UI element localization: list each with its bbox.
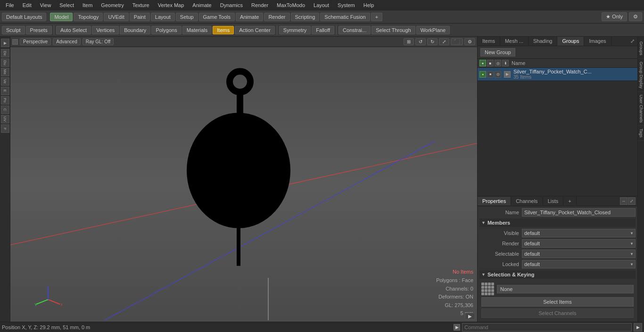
menu-geometry[interactable]: Geometry: [97, 1, 127, 9]
render-field[interactable]: default on off ▼: [522, 239, 636, 248]
lt-btn-4[interactable]: Me: [1, 68, 9, 76]
viewport-menu-btn[interactable]: [12, 39, 18, 45]
select-through-btn[interactable]: Select Through: [372, 26, 415, 34]
viewport-icon-2[interactable]: ↺: [415, 38, 426, 45]
cmd-run-btn[interactable]: ▶: [634, 323, 642, 332]
perspective-btn[interactable]: Perspective: [20, 38, 51, 45]
tab-setup[interactable]: Setup: [176, 13, 198, 21]
lt-btn-3[interactable]: Du: [1, 58, 9, 67]
star-only-btn[interactable]: ★ Only: [602, 12, 627, 21]
props-tab-plus[interactable]: +: [563, 197, 576, 205]
tab-layout[interactable]: Layout: [151, 13, 175, 21]
viewport-icon-4[interactable]: ⤢: [439, 38, 449, 45]
props-icon-lock[interactable]: ↔: [620, 197, 627, 205]
menu-render[interactable]: Render: [248, 1, 272, 9]
tab-paint[interactable]: Paint: [130, 13, 150, 21]
auto-select-btn[interactable]: Auto Select: [56, 26, 91, 34]
selectable-field[interactable]: default on off ▼: [522, 250, 636, 258]
materials-btn[interactable]: Materials: [182, 26, 212, 34]
rside-tab-group-display[interactable]: Group Display: [638, 59, 644, 92]
settings-btn[interactable]: ⚙: [629, 12, 642, 21]
viewport-icon-3[interactable]: ↻: [427, 38, 438, 45]
viewport[interactable]: Perspective Advanced Ray GL: Off ⊞ ↺ ↻ ⤢…: [10, 37, 477, 322]
group-sel-icon[interactable]: ◎: [495, 71, 501, 78]
tab-plus[interactable]: +: [371, 13, 382, 21]
tab-uvedit[interactable]: UVEdit: [104, 13, 128, 21]
menu-animate[interactable]: Animate: [189, 1, 215, 9]
group-item-watch[interactable]: ● ■ ◎ ▶ Silver_Tiffany_Pocket_Watch_C...…: [478, 68, 637, 81]
viewport-canvas[interactable]: No Items Polygons : Face Channels: 0 Def…: [10, 47, 477, 322]
members-section[interactable]: ▼ Members: [479, 219, 636, 227]
viewport-expand-btn[interactable]: ▶: [465, 313, 475, 320]
menu-texture[interactable]: Texture: [129, 1, 153, 9]
menu-view[interactable]: View: [36, 1, 55, 9]
tab-model[interactable]: Model: [50, 13, 73, 21]
ray-gl-btn[interactable]: Ray GL: Off: [83, 38, 114, 45]
tab-topology[interactable]: Topology: [74, 13, 103, 21]
polygons-btn[interactable]: Polygons: [151, 26, 181, 34]
locked-select[interactable]: default on off: [522, 260, 636, 268]
menu-vertex-map[interactable]: Vertex Map: [154, 1, 188, 9]
presets-btn[interactable]: Presets: [26, 26, 52, 34]
menu-help[interactable]: Help: [360, 1, 378, 9]
advanced-btn[interactable]: Advanced: [53, 38, 80, 45]
lt-btn-1[interactable]: ▶: [1, 39, 9, 47]
visible-select[interactable]: default on off: [522, 229, 636, 237]
boundary-btn[interactable]: Boundary: [120, 26, 150, 34]
rside-tab-groups[interactable]: Groups: [638, 39, 644, 59]
tab-shading[interactable]: Shading: [528, 37, 557, 46]
render-select[interactable]: default on off: [522, 239, 636, 248]
menu-maxtomodo[interactable]: MaxToModo: [273, 1, 309, 9]
symmetry-btn[interactable]: Symmetry: [279, 26, 311, 34]
menu-layout[interactable]: Layout: [310, 1, 333, 9]
menu-select[interactable]: Select: [56, 1, 78, 9]
new-group-btn[interactable]: New Group: [480, 48, 515, 57]
group-render-icon[interactable]: ■: [487, 71, 494, 78]
props-tab-properties[interactable]: Properties: [478, 197, 511, 205]
items-btn[interactable]: Items: [213, 26, 234, 34]
menu-dynamics[interactable]: Dynamics: [216, 1, 247, 9]
vertices-btn[interactable]: Vertices: [92, 26, 119, 34]
tab-mesh[interactable]: Mesh ...: [500, 37, 528, 46]
constraints-btn[interactable]: Constrai...: [339, 26, 371, 34]
group-list-icon-4[interactable]: ⬇: [502, 60, 509, 66]
viewport-icon-6[interactable]: ⚙: [464, 38, 475, 45]
tab-game-tools[interactable]: Game Tools: [199, 13, 235, 21]
tab-animate[interactable]: Animate: [236, 13, 263, 21]
props-icon-expand[interactable]: ⤢: [628, 197, 636, 205]
rside-tab-user-channels[interactable]: User Channels: [638, 92, 644, 126]
name-input[interactable]: [522, 208, 636, 217]
select-items-btn[interactable]: Select Items: [481, 297, 634, 307]
action-center-btn[interactable]: Action Center: [235, 26, 275, 34]
group-vis-icon[interactable]: ●: [479, 71, 486, 78]
tab-render[interactable]: Render: [264, 13, 289, 21]
group-list-icon-2[interactable]: ■: [487, 60, 494, 66]
menu-file[interactable]: File: [2, 1, 18, 9]
rside-tab-tags[interactable]: Tags: [638, 126, 644, 141]
lt-btn-5[interactable]: Ve: [1, 77, 9, 86]
visible-field[interactable]: default on off ▼: [522, 229, 636, 237]
lt-btn-7[interactable]: Po: [1, 96, 9, 105]
right-tab-expand[interactable]: ⤢: [627, 37, 637, 46]
viewport-icon-1[interactable]: ⊞: [404, 38, 414, 45]
group-list-icon-3[interactable]: ◎: [495, 60, 501, 66]
layout-select-btn[interactable]: Default Layouts: [2, 13, 46, 21]
lt-btn-2[interactable]: De: [1, 49, 9, 57]
cmd-toggle-btn[interactable]: ▶: [454, 324, 460, 331]
sculpt-btn[interactable]: Sculpt: [2, 26, 25, 34]
group-list-icon-1[interactable]: ●: [479, 60, 486, 66]
sel-keying-section[interactable]: ▼ Selection & Keying: [479, 270, 636, 279]
menu-item[interactable]: Item: [79, 1, 96, 9]
lt-btn-10[interactable]: F: [1, 124, 9, 133]
name-field[interactable]: [522, 208, 636, 217]
viewport-icon-5[interactable]: ⬛: [451, 38, 463, 45]
tab-images[interactable]: Images: [584, 37, 611, 46]
falloff-btn[interactable]: Falloff: [312, 26, 334, 34]
props-tab-lists[interactable]: Lists: [543, 197, 564, 205]
tab-schematic-fusion[interactable]: Schematic Fusion: [320, 13, 370, 21]
selectable-select[interactable]: default on off: [522, 250, 636, 258]
tab-scripting[interactable]: Scripting: [291, 13, 320, 21]
lt-btn-6[interactable]: E: [1, 87, 9, 95]
lt-btn-8[interactable]: C: [1, 105, 9, 114]
locked-field[interactable]: default on off ▼: [522, 260, 636, 268]
